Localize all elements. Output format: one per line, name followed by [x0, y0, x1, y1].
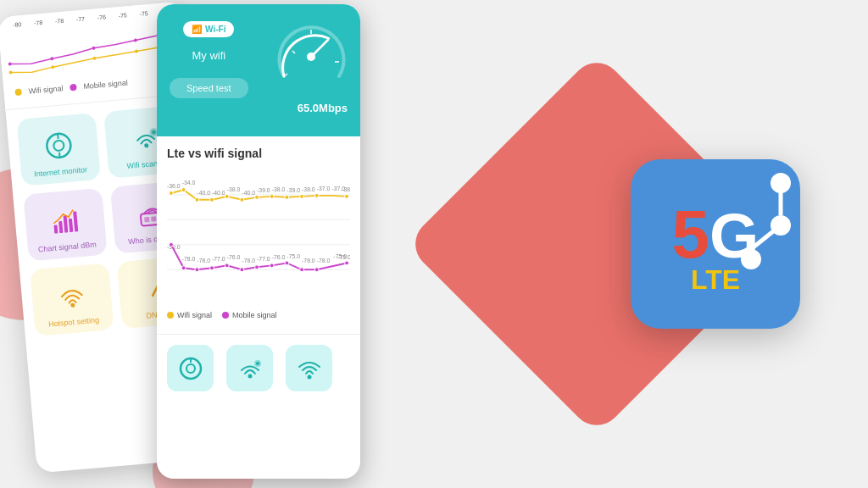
svg-text:-78.0: -78.0 — [197, 258, 210, 263]
svg-point-86 — [300, 268, 304, 272]
wifi-legend-label: Wifi signal — [28, 84, 64, 96]
svg-point-84 — [270, 263, 274, 268]
lte-wifi-title: Lte vs wifi signal — [167, 147, 350, 160]
chart-legend: Wifi signal Mobile signal — [167, 311, 350, 319]
svg-text:-76.0: -76.0 — [227, 254, 241, 260]
svg-rect-22 — [73, 211, 78, 231]
svg-text:-77.0: -77.0 — [257, 256, 270, 262]
svg-text:-77.0: -77.0 — [212, 256, 225, 262]
wifi-dot — [167, 312, 174, 319]
svg-text:-38.0: -38.0 — [302, 186, 315, 192]
internet-monitor-label: Internet monitor — [34, 165, 88, 178]
svg-point-5 — [8, 70, 12, 74]
svg-point-90 — [186, 364, 195, 373]
app-icon: 5 G LTE — [631, 159, 800, 329]
svg-text:-75.0: -75.0 — [287, 253, 300, 259]
wifi-icon-small: 📶 — [192, 25, 202, 34]
svg-rect-21 — [68, 219, 72, 232]
svg-text:-39.0: -39.0 — [257, 187, 270, 193]
feature-card-internet-monitor[interactable]: Internet monitor — [16, 113, 101, 186]
svg-point-61 — [300, 194, 304, 198]
svg-rect-19 — [58, 221, 63, 233]
chart-signal-label: Chart signal dBm — [37, 240, 97, 253]
svg-line-31 — [292, 51, 295, 53]
svg-point-3 — [134, 38, 137, 42]
svg-point-55 — [210, 197, 214, 202]
svg-text:-38.0: -38.0 — [342, 186, 350, 192]
svg-point-53 — [181, 188, 186, 192]
svg-point-62 — [314, 193, 319, 197]
svg-line-12 — [58, 134, 58, 139]
svg-text:-78.0: -78.0 — [242, 258, 255, 263]
svg-point-60 — [285, 195, 289, 199]
bottom-icon-scanner[interactable] — [226, 345, 273, 391]
svg-point-8 — [135, 49, 138, 53]
svg-text:-34.0: -34.0 — [182, 180, 196, 186]
svg-point-11 — [53, 140, 64, 151]
svg-text:-75.0: -75.0 — [337, 254, 350, 260]
speed-value: 65.0Mbps — [298, 102, 348, 114]
svg-text:-76.0: -76.0 — [272, 254, 286, 260]
bottom-icon-monitor[interactable] — [167, 345, 214, 391]
svg-text:-38.0: -38.0 — [272, 186, 286, 192]
svg-point-1 — [50, 57, 53, 60]
wifi-legend: Wifi signal — [167, 311, 212, 319]
svg-line-13 — [59, 152, 60, 158]
svg-point-26 — [70, 302, 75, 307]
hotspot-label: Hotspot setting — [48, 316, 100, 329]
svg-point-58 — [255, 195, 259, 199]
feature-card-chart-signal[interactable]: Chart signal dBm — [23, 188, 108, 262]
svg-text:-38.0: -38.0 — [227, 186, 241, 192]
feature-card-hotspot[interactable]: Hotspot setting — [30, 263, 114, 336]
svg-point-59 — [270, 194, 274, 198]
speedometer — [275, 21, 348, 93]
svg-point-6 — [51, 65, 54, 69]
svg-rect-25 — [151, 216, 157, 222]
svg-rect-24 — [144, 217, 150, 223]
svg-point-54 — [195, 197, 199, 202]
mobile-dot — [222, 312, 229, 319]
svg-text:-78.0: -78.0 — [317, 258, 331, 263]
svg-text:-78.0: -78.0 — [182, 256, 196, 262]
svg-text:-39.0: -39.0 — [287, 187, 300, 193]
svg-point-81 — [225, 263, 229, 268]
center-bottom-icons — [157, 334, 360, 402]
center-body: Lte vs wifi signal -36.0 -34.0 -40.0 -40… — [157, 136, 360, 330]
svg-text:-78.0: -78.0 — [302, 258, 315, 263]
svg-point-80 — [210, 266, 214, 270]
svg-point-0 — [8, 62, 12, 65]
svg-point-95 — [307, 374, 311, 379]
wifi-badge-label: Wi-Fi — [205, 25, 225, 34]
svg-point-7 — [92, 57, 96, 60]
svg-point-82 — [240, 268, 244, 272]
svg-point-78 — [181, 266, 186, 270]
chart-signal-icon — [47, 202, 83, 239]
mobile-legend: Mobile signal — [222, 311, 277, 319]
svg-text:-37.0: -37.0 — [317, 186, 331, 191]
mobile-legend-dot — [70, 84, 77, 92]
svg-rect-20 — [63, 215, 68, 232]
phone-center: 📶 Wi-Fi My wifi Speed test — [157, 4, 360, 479]
svg-point-2 — [92, 47, 95, 50]
speed-test-button[interactable]: Speed test — [170, 78, 248, 98]
svg-point-14 — [144, 143, 148, 147]
svg-rect-18 — [53, 225, 58, 233]
bottom-icon-wifi[interactable] — [286, 345, 332, 391]
wifi-legend-text: Wifi signal — [177, 311, 212, 319]
svg-point-79 — [195, 268, 199, 272]
wifi-legend-dot — [14, 88, 22, 96]
mobile-legend-label: Mobile signal — [83, 79, 128, 92]
svg-point-85 — [285, 261, 289, 265]
svg-point-83 — [255, 265, 259, 269]
svg-text:-36.0: -36.0 — [167, 183, 181, 189]
svg-point-52 — [169, 191, 173, 195]
internet-monitor-icon — [40, 127, 76, 164]
app-icon-lte: LTE — [691, 264, 740, 296]
svg-text:-40.0: -40.0 — [197, 190, 210, 196]
svg-line-29 — [311, 40, 328, 57]
signal-chart: -36.0 -34.0 -40.0 -40.0 -38.0 -40.0 -39.… — [167, 169, 350, 304]
svg-point-88 — [345, 261, 349, 265]
hotspot-icon — [53, 278, 90, 314]
mobile-legend-text: Mobile signal — [232, 311, 277, 319]
svg-point-77 — [169, 242, 173, 247]
